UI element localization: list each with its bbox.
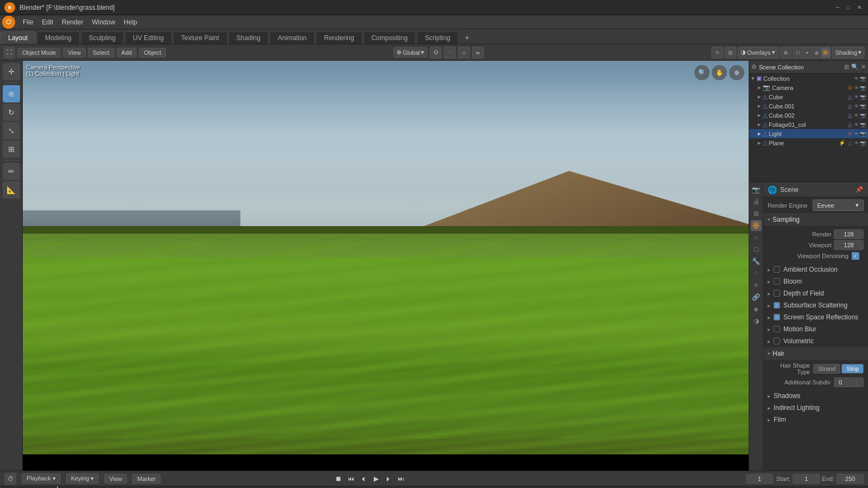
- additional-subdiv-value[interactable]: 0 ⋮: [834, 377, 864, 387]
- viewport-samples-value[interactable]: 128: [834, 240, 864, 250]
- film-row[interactable]: ▸ Film: [763, 414, 868, 426]
- cube001-render-icon[interactable]: 📷: [860, 104, 866, 109]
- foliage-render-icon[interactable]: 📷: [860, 122, 866, 127]
- outliner-cube002[interactable]: ▸ △ Cube.002 △ 👁 📷: [749, 111, 868, 120]
- tool-scale[interactable]: ⤡: [3, 122, 20, 139]
- props-material-icon[interactable]: ◑: [751, 316, 762, 326]
- wireframe-mode[interactable]: ⊡: [794, 48, 802, 57]
- depth-of-field-row[interactable]: ▸ Depth of Field: [763, 287, 868, 299]
- outliner-close-button[interactable]: ✕: [861, 63, 866, 70]
- props-object-icon[interactable]: ⬡: [751, 244, 762, 255]
- viewport-denoising-checkbox[interactable]: ✓: [852, 252, 859, 260]
- close-button[interactable]: ✕: [855, 3, 864, 12]
- end-frame-input[interactable]: 250: [837, 474, 864, 484]
- view-menu[interactable]: View: [63, 48, 86, 57]
- props-physics-icon[interactable]: ⚛: [751, 280, 762, 291]
- menu-file[interactable]: File: [18, 17, 37, 27]
- prev-frame-button[interactable]: ⏴: [358, 473, 369, 484]
- tab-rendering[interactable]: Rendering: [316, 31, 362, 44]
- outliner-collection[interactable]: ▾ ▣ Collection 👁 📷: [749, 74, 868, 83]
- jump-end-button[interactable]: ⏭: [395, 473, 406, 484]
- timeline-type-button[interactable]: ⏱: [4, 473, 16, 485]
- cube-render-icon[interactable]: 📷: [860, 94, 866, 100]
- annotations[interactable]: ∞: [472, 47, 484, 59]
- timeline-marker-menu[interactable]: Marker: [132, 474, 161, 484]
- overlays-dropdown[interactable]: ◑ Overlays ▾: [737, 47, 778, 59]
- ambient-occlusion-row[interactable]: ▸ Ambient Occlusion: [763, 264, 868, 275]
- start-frame-input[interactable]: 1: [793, 474, 820, 484]
- next-frame-button[interactable]: ⏵: [383, 473, 394, 484]
- current-frame-input[interactable]: 1: [746, 474, 773, 484]
- hair-strand-button[interactable]: Strand: [813, 364, 840, 374]
- menu-window[interactable]: Window: [87, 17, 119, 27]
- tab-uv-editing[interactable]: UV Editing: [125, 31, 172, 44]
- tool-cursor[interactable]: ✛: [3, 63, 20, 80]
- material-mode[interactable]: ◕: [812, 48, 821, 57]
- play-button[interactable]: ▶: [371, 473, 381, 484]
- 3d-viewport[interactable]: Camera Perspective (1) Collection | Ligh…: [23, 61, 749, 471]
- tab-shading[interactable]: Shading: [228, 31, 269, 44]
- tool-transform[interactable]: ⊞: [3, 140, 20, 158]
- ssr-checkbox[interactable]: ✓: [774, 314, 780, 320]
- ao-checkbox[interactable]: [774, 266, 780, 273]
- sampling-section-header[interactable]: ▾ Sampling: [763, 213, 868, 226]
- props-output-icon[interactable]: 🖨: [751, 196, 762, 207]
- tab-compositing[interactable]: Compositing: [363, 31, 416, 44]
- menu-edit[interactable]: Edit: [37, 17, 58, 27]
- viewport-orbit-gizmo[interactable]: ⊕: [729, 65, 744, 80]
- solid-mode[interactable]: ●: [803, 48, 812, 57]
- object-mode-dropdown[interactable]: Object Mode: [17, 48, 61, 57]
- tool-measure[interactable]: 📐: [3, 181, 20, 198]
- outliner-search-button[interactable]: 🔍: [851, 63, 859, 70]
- cube002-render-icon[interactable]: 📷: [860, 113, 866, 118]
- props-data-icon[interactable]: ◈: [751, 304, 762, 314]
- hair-strip-button[interactable]: Strip: [841, 364, 864, 374]
- timeline-view-menu[interactable]: View: [104, 474, 127, 484]
- xray-toggle[interactable]: ⧇: [780, 47, 792, 59]
- outliner-camera[interactable]: ▸ 📷 Camera ⊙ 👁 📷: [749, 83, 868, 92]
- viewport-zoom-gizmo[interactable]: 🔍: [694, 65, 710, 80]
- cube002-vis-icon[interactable]: 👁: [854, 113, 859, 118]
- tab-layout[interactable]: Layout: [0, 31, 36, 44]
- tab-animation[interactable]: Animation: [270, 31, 315, 44]
- timeline-keying-dropdown[interactable]: Keying ▾: [66, 473, 99, 484]
- sss-checkbox[interactable]: ✓: [774, 302, 780, 309]
- camera-vis-icon[interactable]: 👁: [854, 85, 859, 91]
- props-pin-button[interactable]: 📌: [855, 185, 864, 194]
- screen-space-reflections-row[interactable]: ▸ ✓ Screen Space Reflections: [763, 311, 868, 323]
- rendered-mode[interactable]: 🔆: [821, 48, 830, 57]
- viewport-pan-gizmo[interactable]: ✋: [712, 65, 727, 80]
- volumetric-row[interactable]: ▸ Volumetric: [763, 335, 868, 347]
- props-view-layer-icon[interactable]: ⊞: [751, 208, 762, 219]
- tab-modeling[interactable]: Modeling: [37, 31, 80, 44]
- add-workspace-button[interactable]: +: [459, 31, 475, 44]
- outliner-light[interactable]: ▸ △ Light ☀ 👁 📷: [749, 129, 868, 138]
- camera-render-icon[interactable]: 📷: [860, 85, 866, 91]
- outliner-cube001[interactable]: ▸ △ Cube.001 △ 👁 📷: [749, 101, 868, 111]
- menu-help[interactable]: Help: [119, 17, 142, 27]
- props-modifier-icon[interactable]: 🔧: [751, 256, 762, 267]
- vol-checkbox[interactable]: [774, 338, 780, 344]
- cube-vis-icon[interactable]: 👁: [854, 94, 859, 100]
- props-render-icon[interactable]: 📷: [751, 184, 762, 195]
- light-render-icon[interactable]: 📷: [860, 131, 866, 137]
- snapping-button[interactable]: ⋅: [444, 47, 456, 59]
- subsurface-scattering-row[interactable]: ▸ ✓ Subsurface Scattering: [763, 299, 868, 311]
- collection-render-icon[interactable]: 📷: [860, 76, 866, 81]
- dof-checkbox[interactable]: [774, 290, 780, 297]
- props-scene-icon[interactable]: 🔆: [751, 220, 762, 231]
- tool-move[interactable]: ⊕: [3, 85, 20, 102]
- outliner-plane[interactable]: ▸ △ Plane ⚡ △ 👁 📷: [749, 138, 868, 147]
- tool-rotate[interactable]: ↻: [3, 104, 20, 121]
- viewport-gizmos-toggle[interactable]: ⊹: [711, 47, 723, 59]
- shading-dropdown[interactable]: Shading ▾: [832, 47, 865, 59]
- tool-annotate[interactable]: ✏: [3, 163, 20, 180]
- plane-vis-icon[interactable]: 👁: [854, 140, 859, 146]
- collection-vis-icon[interactable]: 👁: [854, 76, 859, 81]
- stop-button[interactable]: ⏹: [333, 473, 344, 484]
- bloom-checkbox[interactable]: [774, 278, 780, 285]
- outliner-cube[interactable]: ▸ △ Cube △ 👁 📷: [749, 92, 868, 101]
- hair-section-header[interactable]: ▾ Hair: [763, 347, 868, 360]
- foliage-vis-icon[interactable]: 👁: [854, 122, 859, 127]
- object-menu[interactable]: Object: [139, 48, 166, 57]
